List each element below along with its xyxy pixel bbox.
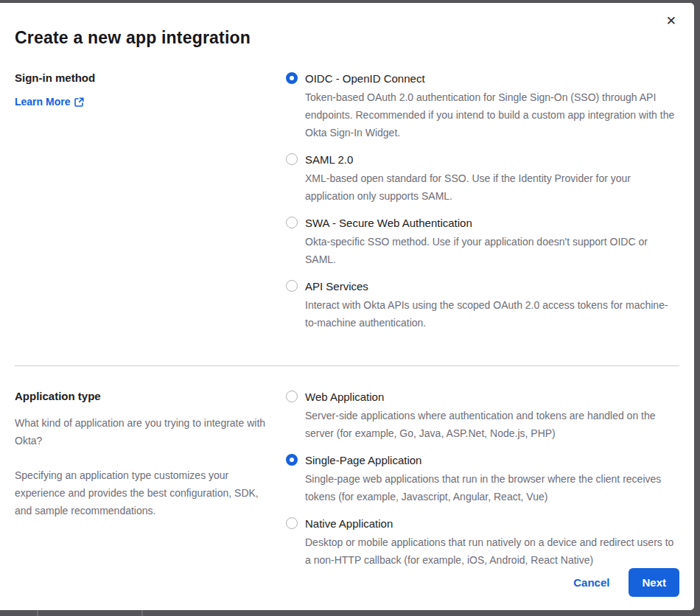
radio-button[interactable] [286,217,298,228]
sign-in-method-left-column: Sign-in method Learn More [15,70,286,341]
radio-option-description: XML-based open standard for SSO. Use if … [305,169,679,205]
learn-more-label: Learn More [15,96,70,108]
create-app-integration-dialog: ✕ Create a new app integration Sign-in m… [0,3,694,610]
radio-option-label[interactable]: OIDC - OpenID Connect [305,70,679,87]
section-divider [15,365,679,366]
sign-in-method-section: Sign-in method Learn More OIDC - Ope [15,70,679,341]
external-link-icon [74,97,84,107]
radio-button[interactable] [286,517,298,529]
radio-button[interactable] [286,391,298,402]
radio-option-native-application[interactable]: Native Application Desktop or mobile app… [286,515,679,569]
radio-option-saml[interactable]: SAML 2.0 XML-based open standard for SSO… [286,151,679,205]
application-type-help-text: What kind of application are you trying … [15,414,270,449]
radio-option-label[interactable]: SAML 2.0 [305,151,679,168]
learn-more-link[interactable]: Learn More [15,96,84,108]
close-icon[interactable]: ✕ [666,15,676,27]
radio-option-description: Server-side applications where authentic… [305,407,679,442]
radio-option-swa[interactable]: SWA - Secure Web Authentication Okta-spe… [286,214,679,268]
radio-option-label[interactable]: Single-Page Application [305,452,679,469]
radio-option-single-page-application[interactable]: Single-Page Application Single-page web … [286,452,679,505]
application-type-label: Application type [15,388,270,405]
radio-button[interactable] [286,280,298,292]
radio-option-description: Okta-specific SSO method. Use if your ap… [305,233,679,268]
radio-button[interactable] [286,153,298,165]
radio-option-label[interactable]: Native Application [305,515,679,532]
radio-option-description: Interact with Okta APIs using the scoped… [305,296,679,332]
application-type-section: Application type What kind of applicatio… [15,388,679,578]
dialog-footer: Cancel Next [573,568,679,597]
radio-option-web-application[interactable]: Web Application Server-side applications… [286,388,679,442]
next-button[interactable]: Next [629,568,679,597]
radio-button[interactable] [286,454,298,466]
application-type-help-text: Specifying an application type customize… [15,466,270,519]
radio-option-label[interactable]: Web Application [305,388,679,405]
sign-in-method-options: OIDC - OpenID Connect Token-based OAuth … [286,70,679,341]
application-type-left-column: Application type What kind of applicatio… [15,388,286,578]
backdrop-table-line [37,610,38,616]
radio-option-oidc[interactable]: OIDC - OpenID Connect Token-based OAuth … [286,70,679,141]
radio-option-description: Desktop or mobile applications that run … [305,533,679,569]
sign-in-method-label: Sign-in method [15,70,270,86]
radio-button[interactable] [286,72,298,84]
dialog-title: Create a new app integration [0,3,694,48]
backdrop-table-line [141,610,143,616]
radio-option-description: Single-page web applications that run in… [305,470,679,505]
cancel-button[interactable]: Cancel [573,576,609,589]
application-type-options: Web Application Server-side applications… [286,388,679,578]
dialog-content: Sign-in method Learn More OIDC - Ope [0,70,694,578]
radio-option-description: Token-based OAuth 2.0 authentication for… [305,88,679,141]
radio-option-label[interactable]: SWA - Secure Web Authentication [305,214,679,231]
radio-option-api-services[interactable]: API Services Interact with Okta APIs usi… [286,278,679,332]
radio-option-label[interactable]: API Services [305,278,679,295]
